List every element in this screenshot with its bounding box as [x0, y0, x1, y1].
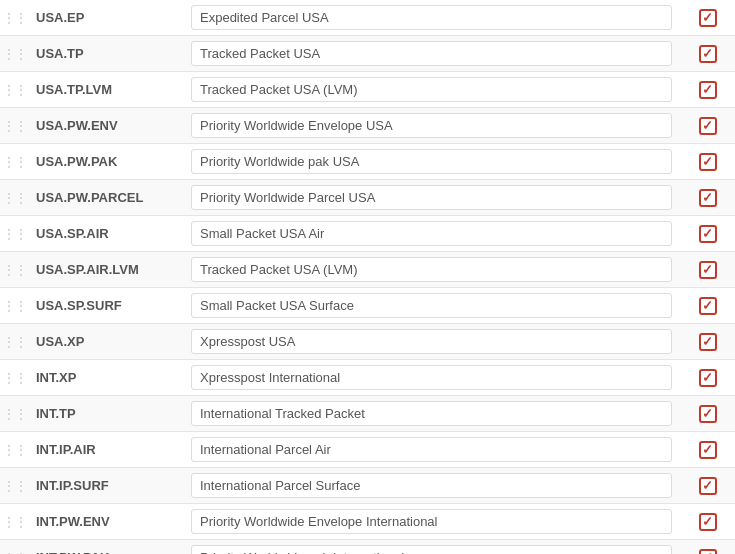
table-row: ⋮⋮ USA.PW.PARCEL [0, 180, 735, 216]
enabled-checkbox-cell[interactable] [680, 45, 735, 63]
drag-icon: ⋮⋮ [2, 11, 26, 25]
shipping-name-field[interactable] [183, 108, 680, 143]
enabled-checkbox-cell[interactable] [680, 513, 735, 531]
enabled-checkbox[interactable] [699, 297, 717, 315]
shipping-name-input[interactable] [191, 113, 672, 138]
enabled-checkbox-cell[interactable] [680, 261, 735, 279]
drag-icon: ⋮⋮ [2, 371, 26, 385]
drag-handle[interactable]: ⋮⋮ [0, 299, 28, 313]
shipping-name-input[interactable] [191, 293, 672, 318]
shipping-code: USA.PW.ENV [28, 112, 183, 139]
enabled-checkbox-cell[interactable] [680, 333, 735, 351]
enabled-checkbox[interactable] [699, 513, 717, 531]
drag-icon: ⋮⋮ [2, 551, 26, 555]
shipping-name-input[interactable] [191, 149, 672, 174]
enabled-checkbox[interactable] [699, 333, 717, 351]
enabled-checkbox[interactable] [699, 153, 717, 171]
shipping-name-field[interactable] [183, 540, 680, 554]
shipping-name-input[interactable] [191, 221, 672, 246]
drag-icon: ⋮⋮ [2, 407, 26, 421]
shipping-name-field[interactable] [183, 252, 680, 287]
drag-handle[interactable]: ⋮⋮ [0, 227, 28, 241]
table-row: ⋮⋮ INT.PW.ENV [0, 504, 735, 540]
shipping-name-field[interactable] [183, 144, 680, 179]
shipping-name-input[interactable] [191, 509, 672, 534]
drag-handle[interactable]: ⋮⋮ [0, 407, 28, 421]
enabled-checkbox-cell[interactable] [680, 477, 735, 495]
drag-handle[interactable]: ⋮⋮ [0, 47, 28, 61]
shipping-name-input[interactable] [191, 437, 672, 462]
enabled-checkbox[interactable] [699, 117, 717, 135]
shipping-name-input[interactable] [191, 365, 672, 390]
shipping-name-input[interactable] [191, 185, 672, 210]
drag-icon: ⋮⋮ [2, 443, 26, 457]
enabled-checkbox[interactable] [699, 405, 717, 423]
shipping-code: USA.PW.PAK [28, 148, 183, 175]
shipping-name-input[interactable] [191, 545, 672, 554]
shipping-code: USA.SP.SURF [28, 292, 183, 319]
drag-icon: ⋮⋮ [2, 155, 26, 169]
drag-handle[interactable]: ⋮⋮ [0, 11, 28, 25]
table-row: ⋮⋮ USA.SP.SURF [0, 288, 735, 324]
enabled-checkbox[interactable] [699, 549, 717, 555]
shipping-methods-table: ⋮⋮ USA.EP ⋮⋮ USA.TP ⋮⋮ USA.TP [0, 0, 735, 554]
shipping-name-input[interactable] [191, 473, 672, 498]
enabled-checkbox-cell[interactable] [680, 81, 735, 99]
shipping-code: USA.XP [28, 328, 183, 355]
drag-icon: ⋮⋮ [2, 119, 26, 133]
enabled-checkbox-cell[interactable] [680, 369, 735, 387]
drag-handle[interactable]: ⋮⋮ [0, 191, 28, 205]
shipping-name-input[interactable] [191, 77, 672, 102]
shipping-name-field[interactable] [183, 504, 680, 539]
shipping-name-input[interactable] [191, 329, 672, 354]
shipping-name-field[interactable] [183, 216, 680, 251]
shipping-name-field[interactable] [183, 468, 680, 503]
enabled-checkbox[interactable] [699, 441, 717, 459]
shipping-name-field[interactable] [183, 0, 680, 35]
drag-handle[interactable]: ⋮⋮ [0, 83, 28, 97]
shipping-name-input[interactable] [191, 401, 672, 426]
drag-icon: ⋮⋮ [2, 299, 26, 313]
shipping-name-input[interactable] [191, 5, 672, 30]
enabled-checkbox[interactable] [699, 45, 717, 63]
drag-handle[interactable]: ⋮⋮ [0, 443, 28, 457]
drag-handle[interactable]: ⋮⋮ [0, 515, 28, 529]
shipping-name-field[interactable] [183, 324, 680, 359]
shipping-name-input[interactable] [191, 41, 672, 66]
drag-handle[interactable]: ⋮⋮ [0, 119, 28, 133]
drag-handle[interactable]: ⋮⋮ [0, 479, 28, 493]
shipping-name-field[interactable] [183, 72, 680, 107]
shipping-name-field[interactable] [183, 288, 680, 323]
enabled-checkbox[interactable] [699, 189, 717, 207]
enabled-checkbox[interactable] [699, 369, 717, 387]
drag-handle[interactable]: ⋮⋮ [0, 371, 28, 385]
shipping-name-field[interactable] [183, 180, 680, 215]
enabled-checkbox[interactable] [699, 9, 717, 27]
enabled-checkbox[interactable] [699, 477, 717, 495]
enabled-checkbox-cell[interactable] [680, 297, 735, 315]
shipping-name-field[interactable] [183, 432, 680, 467]
enabled-checkbox-cell[interactable] [680, 549, 735, 555]
shipping-name-field[interactable] [183, 396, 680, 431]
shipping-name-input[interactable] [191, 257, 672, 282]
shipping-name-field[interactable] [183, 360, 680, 395]
enabled-checkbox-cell[interactable] [680, 153, 735, 171]
shipping-code: INT.PW.ENV [28, 508, 183, 535]
enabled-checkbox[interactable] [699, 81, 717, 99]
enabled-checkbox-cell[interactable] [680, 405, 735, 423]
enabled-checkbox-cell[interactable] [680, 9, 735, 27]
drag-handle[interactable]: ⋮⋮ [0, 155, 28, 169]
drag-handle[interactable]: ⋮⋮ [0, 335, 28, 349]
enabled-checkbox-cell[interactable] [680, 441, 735, 459]
enabled-checkbox[interactable] [699, 261, 717, 279]
table-row: ⋮⋮ USA.SP.AIR.LVM [0, 252, 735, 288]
shipping-code: INT.PW.PAK [28, 544, 183, 554]
enabled-checkbox-cell[interactable] [680, 225, 735, 243]
drag-handle[interactable]: ⋮⋮ [0, 263, 28, 277]
enabled-checkbox-cell[interactable] [680, 189, 735, 207]
table-row: ⋮⋮ USA.PW.ENV [0, 108, 735, 144]
enabled-checkbox-cell[interactable] [680, 117, 735, 135]
drag-handle[interactable]: ⋮⋮ [0, 551, 28, 555]
enabled-checkbox[interactable] [699, 225, 717, 243]
shipping-name-field[interactable] [183, 36, 680, 71]
